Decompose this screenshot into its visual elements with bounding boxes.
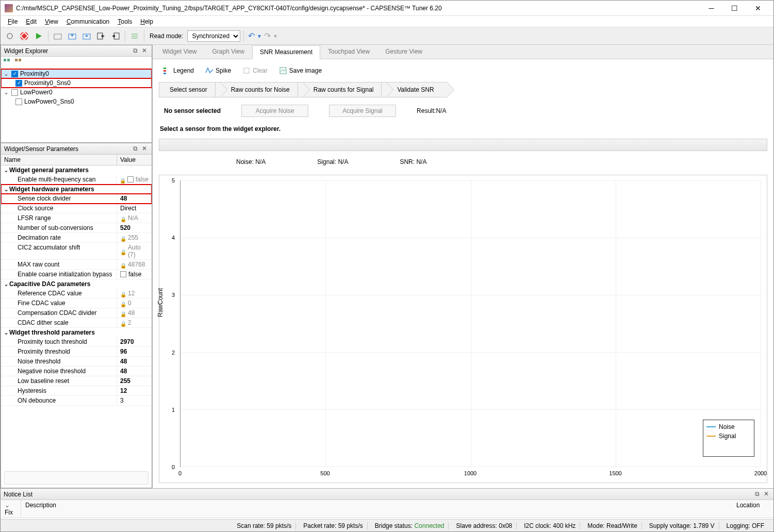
param-group[interactable]: ⌄Widget general parameters <box>1 165 152 175</box>
notice-list-panel: Notice List ⧉ ✕ ⌄ Fix Description Locati… <box>1 488 773 519</box>
statusbar: Scan rate: 59 pkts/s Packet rate: 59 pkt… <box>1 519 773 531</box>
play-icon[interactable] <box>32 30 45 42</box>
param-row[interactable]: Proximity touch threshold2970 <box>1 337 152 347</box>
no-sensor-label: No sensor selected <box>164 107 221 114</box>
expand-all-icon[interactable] <box>3 58 11 66</box>
checkbox[interactable] <box>11 71 18 77</box>
checkbox[interactable] <box>11 89 18 96</box>
svg-marker-10 <box>102 35 105 38</box>
i2c-clock: 400 kHz <box>553 522 575 529</box>
param-row[interactable]: Decimation rate255 <box>1 233 152 243</box>
redo-icon[interactable]: ↷ <box>263 31 272 41</box>
y-tick: 1 <box>172 407 175 413</box>
param-group[interactable]: ⌄Widget hardware parameters <box>1 185 152 194</box>
checkbox[interactable] <box>15 80 22 87</box>
result-label: Result:N/A <box>417 107 446 114</box>
checkbox[interactable] <box>127 176 134 182</box>
dock-icon[interactable]: ⧉ <box>131 145 139 153</box>
import-up-icon[interactable] <box>80 30 93 42</box>
acquire-noise-button[interactable]: Acquire Noise <box>241 105 308 117</box>
save-image-button[interactable]: Save image <box>277 65 324 76</box>
undo-icon[interactable]: ↶ <box>247 31 256 41</box>
panel-close-icon[interactable]: ✕ <box>762 490 770 498</box>
lock-icon <box>120 235 126 241</box>
checkbox[interactable] <box>120 271 126 277</box>
maximize-button[interactable]: ☐ <box>723 1 746 15</box>
menu-communication[interactable]: Communication <box>62 16 113 27</box>
param-row[interactable]: Noise threshold48 <box>1 357 152 367</box>
open-icon[interactable] <box>52 30 64 42</box>
param-row[interactable]: MAX raw count48768 <box>1 260 152 270</box>
tab-widget-view[interactable]: Widget View <box>155 45 204 59</box>
slave-address: 0x08 <box>499 522 512 529</box>
col-location: Location <box>732 500 773 518</box>
main-toolbar: Read mode: Synchronized ↶▾ ↷▾ <box>1 27 773 45</box>
legend-button[interactable]: Legend <box>161 65 196 76</box>
checkbox[interactable] <box>15 98 22 105</box>
tree-item-LowPower0_Sns0[interactable]: LowPower0_Sns0 <box>1 97 152 106</box>
param-row[interactable]: Negative noise threshold48 <box>1 367 152 376</box>
param-row[interactable]: CIC2 accumulator shiftAuto (7) <box>1 243 152 260</box>
tab-graph-view[interactable]: Graph View <box>204 45 252 59</box>
svg-point-0 <box>7 34 12 39</box>
svg-rect-21 <box>163 70 166 72</box>
export-right-icon[interactable] <box>95 30 107 42</box>
import-down-icon[interactable] <box>66 30 78 42</box>
minimize-button[interactable]: ─ <box>700 1 723 15</box>
col-description: Description <box>21 500 732 518</box>
param-row[interactable]: Compensation CDAC divider48 <box>1 308 152 318</box>
step-raw-counts-for-noise[interactable]: Raw counts for Noise <box>215 82 303 97</box>
menu-tools[interactable]: Tools <box>113 16 136 27</box>
dock-icon[interactable]: ⧉ <box>131 47 139 55</box>
param-row[interactable]: Reference CDAC value12 <box>1 289 152 298</box>
menu-help[interactable]: Help <box>136 16 157 27</box>
param-row[interactable]: ON debounce3 <box>1 396 152 406</box>
svg-rect-4 <box>54 34 61 39</box>
tree-item-Proximity0[interactable]: ⌄Proximity0 <box>1 69 152 78</box>
panel-close-icon[interactable]: ✕ <box>140 145 149 153</box>
menu-view[interactable]: View <box>41 16 62 27</box>
acquire-signal-button[interactable]: Acquire Signal <box>329 105 396 117</box>
step-raw-counts-for-signal[interactable]: Raw counts for Signal <box>298 82 387 97</box>
param-row[interactable]: Sense clock divider48 <box>1 194 152 204</box>
widget-tree[interactable]: ⌄Proximity0Proximity0_Sns0⌄LowPower0LowP… <box>1 68 152 142</box>
param-row[interactable]: Hysteresis12 <box>1 386 152 396</box>
tab-gesture-view[interactable]: Gesture View <box>377 45 430 59</box>
param-row[interactable]: Fine CDAC value0 <box>1 298 152 308</box>
param-row[interactable]: LFSR rangeN/A <box>1 213 152 223</box>
param-row[interactable]: Number of sub-conversions520 <box>1 223 152 233</box>
titlebar: C:/mtw/MSCLP_CAPSENSE_Low-Power_Proximit… <box>1 1 773 16</box>
param-row[interactable]: Enable multi-frequency scanfalse <box>1 175 152 185</box>
tree-item-LowPower0[interactable]: ⌄LowPower0 <box>1 88 152 97</box>
dock-icon[interactable]: ⧉ <box>753 490 761 498</box>
param-group[interactable]: ⌄Capacitive DAC parameters <box>1 279 152 289</box>
list-icon[interactable] <box>128 30 141 42</box>
disconnect-icon[interactable] <box>18 30 30 42</box>
panel-close-icon[interactable]: ✕ <box>140 47 149 55</box>
step-select-sensor[interactable]: Select sensor <box>159 82 220 97</box>
param-row[interactable]: Enable coarse initialization bypassfalse <box>1 270 152 279</box>
param-group[interactable]: ⌄Widget threshold parameters <box>1 328 152 337</box>
tab-touchpad-view[interactable]: Touchpad View <box>320 45 377 59</box>
param-row[interactable]: Proximity threshold96 <box>1 347 152 357</box>
param-row[interactable]: CDAC dither scale2 <box>1 318 152 328</box>
clear-button[interactable]: Clear <box>240 65 270 76</box>
export-left-icon[interactable] <box>109 30 122 42</box>
y-tick: 0 <box>172 464 175 470</box>
col-value: Value <box>117 155 152 165</box>
param-row[interactable]: Clock sourceDirect <box>1 204 152 213</box>
menubar: File Edit View Communication Tools Help <box>1 16 773 27</box>
collapse-all-icon[interactable] <box>14 58 23 66</box>
svg-rect-19 <box>19 59 21 61</box>
tree-item-Proximity0_Sns0[interactable]: Proximity0_Sns0 <box>1 78 152 88</box>
menu-edit[interactable]: Edit <box>22 16 41 27</box>
param-row[interactable]: Low baseline reset255 <box>1 376 152 386</box>
gear-icon[interactable] <box>4 30 16 42</box>
legend-noise: Noise <box>719 423 735 430</box>
spike-button[interactable]: Spike <box>203 65 233 76</box>
x-tick: 500 <box>320 470 330 476</box>
menu-file[interactable]: File <box>4 16 22 27</box>
read-mode-select[interactable]: Synchronized <box>187 30 240 42</box>
close-button[interactable]: ✕ <box>746 1 769 15</box>
tab-snr-measurement[interactable]: SNR Measurement <box>252 45 320 59</box>
